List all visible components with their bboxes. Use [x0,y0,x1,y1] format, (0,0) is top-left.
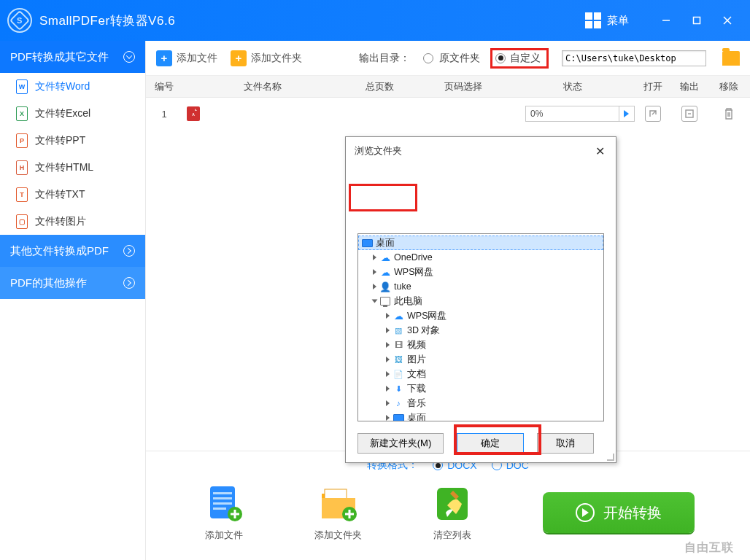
svg-rect-10 [213,502,232,505]
add-folder-icon [316,483,361,524]
content-area: + 添加文件 + 添加文件夹 输出目录： 原文件夹 自定义 编号 文件名称 [145,41,750,560]
big-clear-list[interactable]: 清空列表 [430,483,475,542]
desktop-icon [362,239,373,247]
expand-icon[interactable] [386,327,390,333]
resize-grip[interactable] [606,452,614,461]
expand-icon[interactable] [386,313,390,319]
tree-item[interactable]: ☁OneDrive [358,250,603,265]
tree-root-desktop[interactable]: 桌面 [358,236,603,250]
expand-icon[interactable] [386,357,390,362]
output-button[interactable] [681,106,697,122]
radio-custom-label[interactable]: 自定义 [510,52,541,65]
menu-label: 菜单 [607,14,629,28]
output-dir-label: 输出目录： [359,52,410,65]
sidebar-item-excel[interactable]: X 文件转Excel [0,100,145,127]
sidebar-item-ppt[interactable]: P 文件转PPT [0,127,145,154]
menu-button[interactable]: 菜单 [585,12,629,28]
browse-folder-button[interactable] [722,51,740,66]
start-convert-button[interactable]: 开始转换 [543,492,695,533]
tree-item[interactable]: ♪音乐 [358,396,603,411]
close-button[interactable] [712,9,743,31]
cloud-icon: ☁ [379,252,391,262]
expand-icon[interactable] [373,284,376,289]
tree-item[interactable]: 👤tuke [358,279,603,294]
svg-text:A: A [192,112,195,117]
dialog-close-button[interactable]: ✕ [592,144,607,158]
sidebar-item-txt[interactable]: T 文件转TXT [0,181,145,208]
big-add-file[interactable]: 添加文件 [201,483,247,542]
section-label: PDF转换成其它文件 [10,50,109,64]
tree-item[interactable]: ☁WPS网盘 [358,308,603,323]
file-ppt-icon: P [16,133,28,148]
sidebar-item-image[interactable]: ▢ 文件转图片 [0,208,145,235]
svg-rect-1 [694,18,700,24]
open-button[interactable] [645,106,661,122]
file-txt-icon: T [16,187,28,202]
titlebar: S SmallPDFer转换器V6.6 菜单 [0,0,750,41]
tree-item[interactable]: ▧3D 对象 [358,323,603,338]
tree-item[interactable]: 📄文档 [358,367,603,381]
file-excel-icon: X [16,106,28,121]
expand-icon[interactable] [386,415,390,421]
watermark: 自由互联 [684,540,734,556]
add-file-button[interactable]: + 添加文件 [156,50,217,66]
output-path-input[interactable] [562,50,706,66]
button-label: 添加文件 [177,52,217,65]
plus-icon: + [156,50,172,66]
radio-custom-highlight: 自定义 [490,48,549,69]
row-start-button[interactable] [619,106,635,122]
tree-label: WPS网盘 [407,310,446,322]
folder-tree: 桌面 ☁OneDrive ☁WPS网盘 👤tuke 此电脑 ☁WPS网盘 ▧3D… [357,233,604,421]
tree-label: 下载 [407,383,426,395]
sidebar-item-label: 文件转TXT [35,188,85,201]
radio-custom[interactable] [495,53,506,63]
sidebar-item-label: 文件转Excel [35,107,90,120]
tree-label: 图片 [407,354,426,366]
button-label: 添加文件夹 [251,52,302,65]
pc-icon [379,296,391,306]
tree-item[interactable]: 此电脑 [358,294,603,308]
tree-label: 此电脑 [394,295,422,308]
image-icon: 🖼 [393,354,404,365]
expand-icon[interactable] [386,342,390,348]
big-btn-label: 添加文件夹 [314,529,362,542]
new-folder-button[interactable]: 新建文件夹(M) [357,433,444,454]
tree-label: tuke [394,281,411,292]
add-file-icon [201,483,247,524]
expand-icon[interactable] [373,269,376,275]
tree-item[interactable]: ☁WPS网盘 [358,265,603,279]
download-icon: ⬇ [393,384,404,394]
tree-item[interactable]: ⬇下载 [358,381,603,396]
ok-button[interactable]: 确定 [457,433,524,454]
radio-source-folder[interactable] [423,53,433,63]
radio-source-label[interactable]: 原文件夹 [439,52,480,65]
tree-item[interactable]: 桌面 [358,411,603,421]
tree-label: 文档 [407,368,426,381]
file-image-icon: ▢ [16,214,28,229]
sidebar-section-pdf-ops[interactable]: PDF的其他操作 [0,267,145,299]
th-out: 输出 [671,80,708,93]
sidebar-item-word[interactable]: W 文件转Word [0,73,145,100]
th-name: 文件名称 [182,80,343,93]
sidebar-item-html[interactable]: H 文件转HTML [0,154,145,181]
big-add-folder[interactable]: 添加文件夹 [314,483,362,542]
tree-label: WPS网盘 [394,266,433,279]
remove-button[interactable] [721,106,737,122]
cancel-button[interactable]: 取消 [537,433,594,454]
tree-item[interactable]: 🎞视频 [358,338,603,352]
expand-icon[interactable] [386,400,390,406]
sidebar-section-pdf-to-other[interactable]: PDF转换成其它文件 [0,41,145,73]
table-header: 编号 文件名称 总页数 页码选择 状态 打开 输出 移除 [146,76,750,98]
expand-icon[interactable] [386,371,390,377]
tree-item[interactable]: 🖼图片 [358,352,603,367]
expand-icon[interactable] [386,386,390,392]
sidebar-item-label: 文件转Word [35,80,90,93]
expand-icon[interactable] [373,254,376,260]
add-folder-button[interactable]: + 添加文件夹 [231,50,302,66]
sidebar-section-other-to-pdf[interactable]: 其他文件转换成PDF [0,235,145,267]
minimize-button[interactable] [651,9,681,31]
maximize-button[interactable] [681,9,712,31]
collapse-icon[interactable] [372,300,378,303]
tree-label: OneDrive [394,252,433,262]
user-icon: 👤 [379,281,391,292]
